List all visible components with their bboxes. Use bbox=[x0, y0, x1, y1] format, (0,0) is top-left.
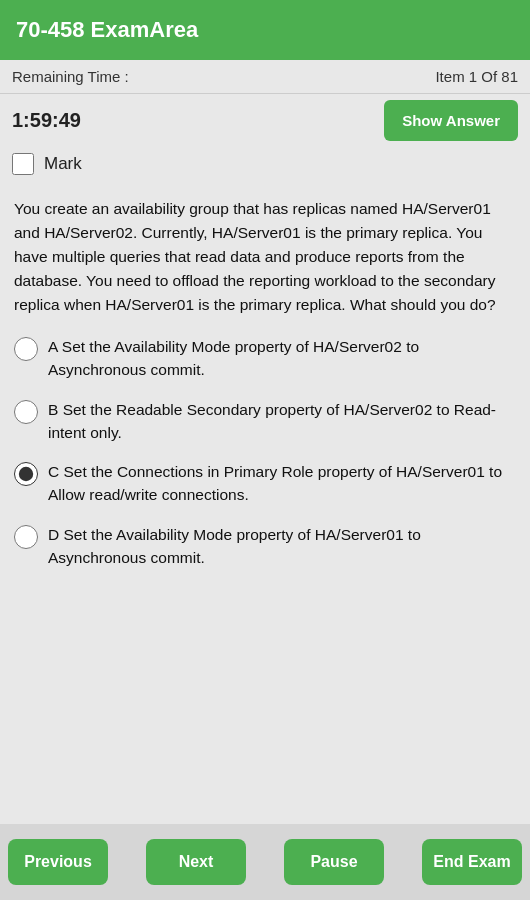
option-radio-b[interactable] bbox=[14, 400, 38, 424]
option-text-b: B Set the Readable Secondary property of… bbox=[48, 398, 516, 445]
pause-button[interactable]: Pause bbox=[284, 839, 384, 885]
question-text: You create an availability group that ha… bbox=[14, 197, 516, 317]
option-radio-a[interactable] bbox=[14, 337, 38, 361]
end-exam-button[interactable]: End Exam bbox=[422, 839, 522, 885]
options-container: A Set the Availability Mode property of … bbox=[14, 335, 516, 569]
remaining-time-label: Remaining Time : bbox=[12, 68, 129, 85]
question-area: You create an availability group that ha… bbox=[0, 185, 530, 824]
bottom-navigation: Previous Next Pause End Exam bbox=[0, 824, 530, 900]
option-row-b: B Set the Readable Secondary property of… bbox=[14, 398, 516, 445]
app-header: 70-458 ExamArea bbox=[0, 0, 530, 60]
timer-value: 1:59:49 bbox=[12, 109, 81, 132]
item-counter: Item 1 Of 81 bbox=[435, 68, 518, 85]
show-answer-button[interactable]: Show Answer bbox=[384, 100, 518, 141]
option-radio-c[interactable] bbox=[14, 462, 38, 486]
next-button[interactable]: Next bbox=[146, 839, 246, 885]
option-text-d: D Set the Availability Mode property of … bbox=[48, 523, 516, 570]
option-radio-d[interactable] bbox=[14, 525, 38, 549]
mark-row: Mark bbox=[0, 149, 530, 185]
mark-checkbox[interactable] bbox=[12, 153, 34, 175]
option-row-d: D Set the Availability Mode property of … bbox=[14, 523, 516, 570]
option-row-a: A Set the Availability Mode property of … bbox=[14, 335, 516, 382]
option-text-c: C Set the Connections in Primary Role pr… bbox=[48, 460, 516, 507]
option-row-c: C Set the Connections in Primary Role pr… bbox=[14, 460, 516, 507]
mark-label: Mark bbox=[44, 154, 82, 174]
app-title: 70-458 ExamArea bbox=[16, 17, 198, 43]
option-text-a: A Set the Availability Mode property of … bbox=[48, 335, 516, 382]
previous-button[interactable]: Previous bbox=[8, 839, 108, 885]
timer-row: 1:59:49 Show Answer bbox=[0, 94, 530, 149]
meta-bar: Remaining Time : Item 1 Of 81 bbox=[0, 60, 530, 94]
